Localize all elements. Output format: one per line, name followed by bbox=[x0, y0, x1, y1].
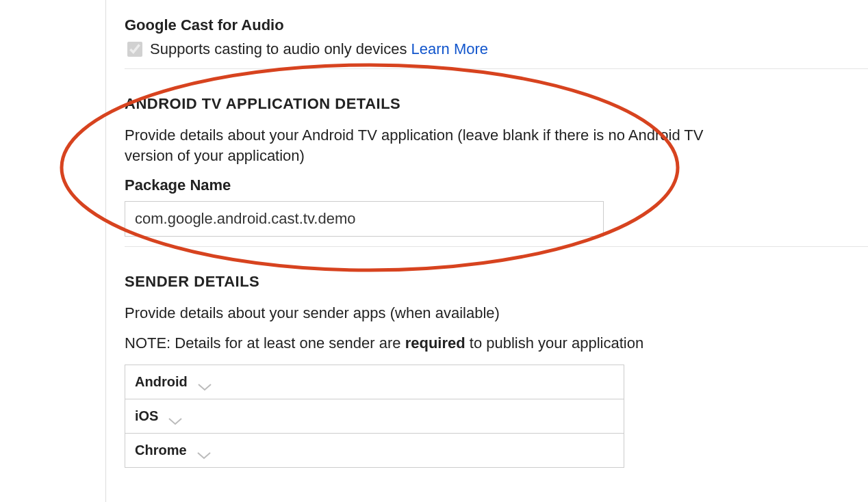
divider bbox=[125, 68, 868, 69]
cast-audio-title: Google Cast for Audio bbox=[125, 16, 868, 34]
section-cast-audio: Google Cast for Audio Supports casting t… bbox=[125, 16, 868, 95]
sender-row-label: Android bbox=[135, 374, 188, 390]
sender-description: Provide details about your sender apps (… bbox=[125, 303, 727, 323]
cast-audio-checkbox[interactable] bbox=[127, 42, 142, 57]
sender-row-ios[interactable]: iOS bbox=[125, 399, 624, 434]
sender-accordion: Android iOS Chrome bbox=[125, 365, 624, 468]
android-tv-title: ANDROID TV APPLICATION DETAILS bbox=[125, 95, 868, 113]
sender-row-chrome[interactable]: Chrome bbox=[125, 434, 624, 468]
sender-title: SENDER DETAILS bbox=[125, 273, 868, 291]
cast-audio-checkbox-row: Supports casting to audio only devices L… bbox=[125, 40, 868, 59]
cast-audio-checkbox-label: Supports casting to audio only devices bbox=[150, 40, 407, 57]
section-sender-details: SENDER DETAILS Provide details about you… bbox=[125, 273, 868, 481]
sender-row-label: Chrome bbox=[135, 442, 187, 458]
sender-note: NOTE: Details for at least one sender ar… bbox=[125, 334, 868, 352]
divider bbox=[125, 246, 868, 247]
package-name-input[interactable] bbox=[125, 201, 604, 237]
package-name-label: Package Name bbox=[125, 176, 868, 194]
sender-note-prefix: NOTE: Details for at least one sender ar… bbox=[125, 334, 405, 352]
learn-more-link[interactable]: Learn More bbox=[411, 40, 489, 57]
sender-note-required: required bbox=[405, 334, 465, 352]
vertical-divider bbox=[105, 0, 106, 502]
sender-row-label: iOS bbox=[135, 408, 158, 424]
sender-note-suffix: to publish your application bbox=[465, 334, 644, 352]
section-android-tv: ANDROID TV APPLICATION DETAILS Provide d… bbox=[125, 95, 868, 273]
sender-row-android[interactable]: Android bbox=[125, 365, 624, 399]
android-tv-description: Provide details about your Android TV ap… bbox=[125, 125, 727, 166]
